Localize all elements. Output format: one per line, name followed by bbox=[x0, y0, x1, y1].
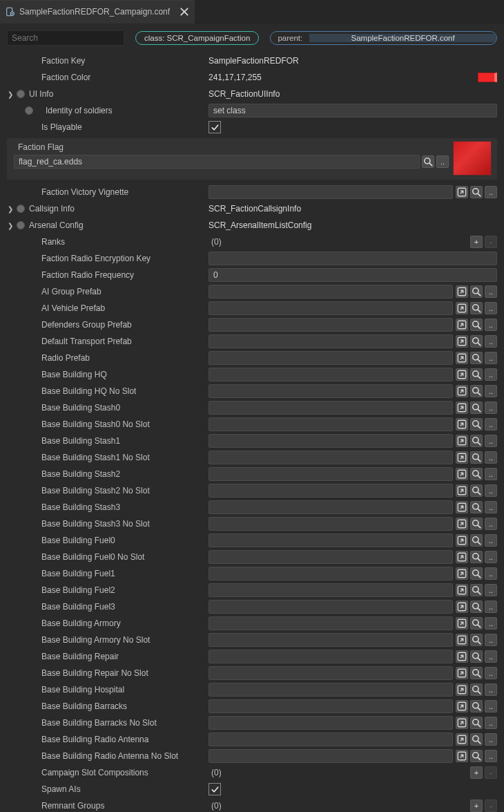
prop-input-base-building-stash0-no-slot[interactable] bbox=[209, 417, 453, 431]
prop-input-base-building-hospital[interactable] bbox=[209, 683, 453, 697]
more-asset-button[interactable]: .. bbox=[485, 584, 497, 596]
open-asset-button[interactable] bbox=[456, 700, 468, 712]
prop-input-base-building-stash3[interactable] bbox=[209, 500, 453, 514]
more-asset-button[interactable]: .. bbox=[485, 733, 497, 746]
open-asset-button[interactable] bbox=[456, 402, 468, 414]
open-asset-button[interactable] bbox=[456, 683, 468, 696]
more-asset-button[interactable]: .. bbox=[485, 534, 497, 547]
file-tab[interactable]: SampleFactionREDFOR_Campaign.conf bbox=[0, 0, 195, 23]
open-asset-button[interactable] bbox=[456, 750, 468, 762]
search-asset-button[interactable] bbox=[470, 319, 483, 331]
search-asset-button[interactable] bbox=[470, 733, 483, 746]
open-asset-button[interactable] bbox=[456, 518, 468, 530]
prop-input-base-building-radio-antenna-no-slot[interactable] bbox=[209, 749, 453, 763]
search-asset-button[interactable] bbox=[470, 700, 483, 712]
open-asset-button[interactable] bbox=[456, 418, 468, 431]
search-asset-button[interactable] bbox=[470, 302, 483, 314]
prop-input-defenders-group-prefab[interactable] bbox=[209, 318, 453, 332]
more-asset-button[interactable]: .. bbox=[485, 667, 497, 679]
search-asset-button[interactable] bbox=[470, 518, 483, 530]
prop-input-base-building-repair-no-slot[interactable] bbox=[209, 666, 453, 680]
prop-input-radio-prefab[interactable] bbox=[209, 351, 453, 365]
faction-flag-search-button[interactable] bbox=[422, 155, 434, 168]
prop-input-base-building-stash3-no-slot[interactable] bbox=[209, 517, 453, 531]
search-asset-button[interactable] bbox=[470, 750, 483, 762]
class-pill[interactable]: class: SCR_CampaignFaction bbox=[135, 31, 259, 45]
more-asset-button[interactable]: .. bbox=[485, 551, 497, 563]
prop-input-ai-group-prefab[interactable] bbox=[209, 285, 453, 299]
open-asset-button[interactable] bbox=[456, 650, 468, 663]
open-asset-button[interactable] bbox=[456, 468, 468, 480]
search-asset-button[interactable] bbox=[470, 617, 483, 630]
prop-input-base-building-fuel0-no-slot[interactable] bbox=[209, 550, 453, 564]
open-asset-button[interactable] bbox=[456, 302, 468, 314]
more-asset-button[interactable]: .. bbox=[485, 717, 497, 729]
search-asset-button[interactable] bbox=[470, 601, 483, 613]
search-asset-button[interactable] bbox=[470, 418, 483, 431]
expand-chevron-icon[interactable]: ❯ bbox=[7, 222, 14, 229]
open-asset-button[interactable] bbox=[456, 186, 468, 198]
expand-chevron-icon[interactable]: ❯ bbox=[7, 205, 14, 213]
more-asset-button[interactable]: .. bbox=[485, 750, 497, 762]
open-asset-button[interactable] bbox=[456, 352, 468, 364]
search-asset-button[interactable] bbox=[470, 451, 483, 464]
search-asset-button[interactable] bbox=[470, 468, 483, 480]
more-asset-button[interactable]: .. bbox=[485, 501, 497, 513]
more-asset-button[interactable]: .. bbox=[485, 319, 497, 331]
prop-input-base-building-fuel2[interactable] bbox=[209, 583, 453, 597]
open-asset-button[interactable] bbox=[456, 484, 468, 497]
search-asset-button[interactable] bbox=[470, 501, 483, 513]
prop-input-base-building-stash2[interactable] bbox=[209, 467, 453, 481]
more-asset-button[interactable]: .. bbox=[485, 368, 497, 381]
more-asset-button[interactable]: .. bbox=[485, 617, 497, 630]
prop-input-faction-radio-encryption-key[interactable] bbox=[209, 252, 497, 265]
prop-input-faction-radio-frequency[interactable] bbox=[209, 268, 497, 282]
prop-input-base-building-radio-antenna[interactable] bbox=[209, 733, 453, 746]
prop-input-base-building-armory-no-slot[interactable] bbox=[209, 633, 453, 647]
array-remove-button[interactable]: - bbox=[485, 236, 497, 248]
prop-input-ai-vehicle-prefab[interactable] bbox=[209, 301, 453, 315]
prop-input-base-building-stash2-no-slot[interactable] bbox=[209, 484, 453, 498]
search-input[interactable] bbox=[7, 30, 124, 46]
prop-input-base-building-barracks[interactable] bbox=[209, 699, 453, 713]
open-asset-button[interactable] bbox=[456, 285, 468, 298]
search-asset-button[interactable] bbox=[470, 717, 483, 729]
open-asset-button[interactable] bbox=[456, 584, 468, 596]
open-asset-button[interactable] bbox=[456, 451, 468, 464]
open-asset-button[interactable] bbox=[456, 385, 468, 397]
more-asset-button[interactable]: .. bbox=[485, 518, 497, 530]
open-asset-button[interactable] bbox=[456, 717, 468, 729]
more-asset-button[interactable]: .. bbox=[485, 335, 497, 348]
prop-input-default-transport-prefab[interactable] bbox=[209, 334, 453, 348]
open-asset-button[interactable] bbox=[456, 551, 468, 563]
prop-input-base-building-stash1-no-slot[interactable] bbox=[209, 451, 453, 464]
array-remove-button[interactable]: - bbox=[485, 800, 497, 812]
prop-input-base-building-fuel1[interactable] bbox=[209, 567, 453, 580]
prop-checkbox-spawn-ais[interactable] bbox=[209, 783, 221, 795]
more-asset-button[interactable]: .. bbox=[485, 451, 497, 464]
prop-input-base-building-fuel0[interactable] bbox=[209, 534, 453, 547]
more-asset-button[interactable]: .. bbox=[485, 186, 497, 198]
open-asset-button[interactable] bbox=[456, 368, 468, 381]
prop-input-base-building-armory[interactable] bbox=[209, 616, 453, 630]
more-asset-button[interactable]: .. bbox=[485, 468, 497, 480]
more-asset-button[interactable]: .. bbox=[485, 435, 497, 447]
more-asset-button[interactable]: .. bbox=[485, 700, 497, 712]
open-asset-button[interactable] bbox=[456, 733, 468, 746]
more-asset-button[interactable]: .. bbox=[485, 418, 497, 431]
prop-input-faction-victory-vignette[interactable] bbox=[209, 185, 453, 199]
color-swatch[interactable] bbox=[478, 73, 497, 82]
parent-pill[interactable]: parent: SampleFactionREDFOR.conf bbox=[270, 31, 497, 45]
open-asset-button[interactable] bbox=[456, 634, 468, 646]
array-add-button[interactable]: + bbox=[470, 800, 483, 812]
prop-input-identity-of-soldiers[interactable] bbox=[209, 104, 497, 117]
faction-flag-input[interactable] bbox=[14, 155, 420, 169]
expand-chevron-icon[interactable]: ❯ bbox=[7, 91, 14, 98]
search-asset-button[interactable] bbox=[470, 551, 483, 563]
open-asset-button[interactable] bbox=[456, 601, 468, 613]
array-add-button[interactable]: + bbox=[470, 766, 483, 779]
more-asset-button[interactable]: .. bbox=[485, 352, 497, 364]
array-add-button[interactable]: + bbox=[470, 236, 483, 248]
search-asset-button[interactable] bbox=[470, 667, 483, 679]
search-asset-button[interactable] bbox=[470, 385, 483, 397]
